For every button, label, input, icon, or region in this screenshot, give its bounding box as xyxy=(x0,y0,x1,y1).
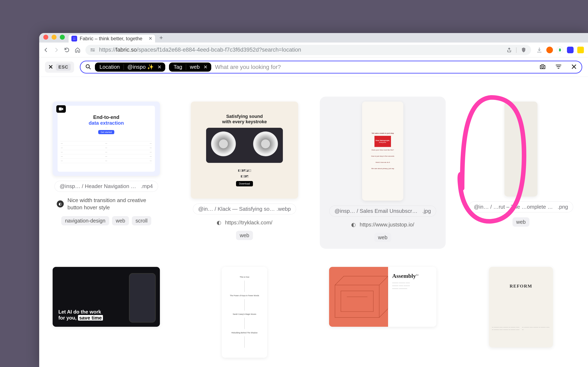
filter-chip-location[interactable]: Location @inspo ✨ ✕ xyxy=(95,63,165,72)
window-controls xyxy=(42,33,66,42)
video-badge-icon xyxy=(56,105,66,113)
close-window-button[interactable] xyxy=(43,35,48,40)
address-bar[interactable]: https://fabric.so/spaces/f1da2e68-e884-4… xyxy=(85,45,531,55)
result-card-selected[interactable]: Tell sales emails to just stop Dear Sale… xyxy=(328,101,437,242)
result-tags: web xyxy=(236,231,253,240)
result-tags: web xyxy=(513,217,529,227)
result-card[interactable]: Satisfying soundwith every keystroke ◧◨◩… xyxy=(190,101,299,242)
result-thumbnail: REFORM — ——— —— ——— — ——— —— — ——— —— ——… xyxy=(489,267,553,347)
extensions-row xyxy=(536,47,584,53)
tab-close-icon[interactable]: ✕ xyxy=(148,36,152,41)
tag-chip[interactable]: scroll xyxy=(132,216,151,225)
result-card[interactable]: End-to-end data extraction — Get started… xyxy=(52,101,161,242)
result-thumbnail: This is How The Power of Keys in Fewer W… xyxy=(222,267,267,358)
url-text: https://fabric.so/spaces/f1da2e68-e884-4… xyxy=(99,47,503,53)
tab-favicon: :: xyxy=(71,36,77,42)
tag-chip[interactable]: navigation-design xyxy=(61,216,109,225)
close-icon: ✕ xyxy=(48,64,53,70)
result-tags: web xyxy=(374,233,391,242)
chip-key: Tag xyxy=(173,64,183,70)
result-thumbnail: Tell sales emails to just stop Dear Sale… xyxy=(362,101,403,201)
close-search-button[interactable]: ✕ ESC xyxy=(45,61,74,73)
browser-toolbar: https://fabric.so/spaces/f1da2e68-e884-4… xyxy=(39,42,588,57)
search-icon xyxy=(85,64,91,71)
svg-point-3 xyxy=(542,66,544,68)
chip-value: web xyxy=(189,64,201,70)
home-button[interactable] xyxy=(75,47,81,53)
result-breadcrumb: @insp… / Header Navigation … .mp4 xyxy=(55,181,158,192)
brave-shield-icon[interactable] xyxy=(521,47,527,53)
clear-search-icon[interactable] xyxy=(571,64,577,71)
result-breadcrumb: @in… / Klack — Satisfying so….webp xyxy=(193,203,296,215)
result-link[interactable]: ◐ https://tryklack.com/ xyxy=(217,219,273,226)
extension-download-icon[interactable] xyxy=(536,47,543,53)
maximize-window-button[interactable] xyxy=(60,35,65,40)
filter-chip-tag[interactable]: Tag web ✕ xyxy=(169,63,211,72)
svg-rect-5 xyxy=(335,285,379,317)
result-thumbnail: Assembly04 ——— ——— ————— —— —————— ———— xyxy=(329,267,436,327)
chip-remove-icon[interactable]: ✕ xyxy=(157,64,162,70)
avatar: ◐ xyxy=(351,221,356,228)
tag-chip[interactable]: web xyxy=(513,217,529,227)
extension-orange-icon[interactable] xyxy=(546,47,553,53)
tag-chip[interactable]: web xyxy=(374,233,391,242)
reload-button[interactable] xyxy=(64,47,70,53)
result-card[interactable]: This is How The Power of Keys in Fewer W… xyxy=(190,267,299,358)
result-description: ◐ Nice width transition and creative but… xyxy=(57,197,156,211)
share-icon[interactable] xyxy=(506,47,512,53)
result-link[interactable]: ◐ https://www.juststop.io/ xyxy=(351,221,414,228)
result-breadcrumb: @in… / …rut – The …omplete … .png xyxy=(469,201,573,212)
chip-value: @inspo ✨ xyxy=(127,64,155,70)
extension-fabric-icon[interactable] xyxy=(567,47,573,53)
tag-chip[interactable]: web xyxy=(112,216,129,225)
result-tags: navigation-design web scroll xyxy=(61,216,151,225)
result-thumbnail: Let AI do the workfor you, save time xyxy=(53,267,160,327)
result-card[interactable]: Let AI do the workfor you, save time xyxy=(52,267,161,358)
tag-chip[interactable]: web xyxy=(236,231,253,240)
minimize-window-button[interactable] xyxy=(52,35,57,40)
result-breadcrumb: @insp… / Sales Email Unsubscr… .jpg xyxy=(329,206,436,217)
esc-key-label: ESC xyxy=(56,64,71,71)
avatar: ◐ xyxy=(217,219,221,226)
back-button[interactable] xyxy=(43,47,49,53)
extension-yellow-icon[interactable] xyxy=(577,47,584,53)
result-thumbnail: Satisfying soundwith every keystroke ◧◨◩… xyxy=(191,101,298,199)
tab-strip: :: Fabric – think better, togethe ✕ + xyxy=(39,33,588,42)
svg-rect-4 xyxy=(59,108,62,111)
filter-icon[interactable] xyxy=(555,63,562,71)
browser-window: :: Fabric – think better, togethe ✕ + ht… xyxy=(39,33,588,367)
site-settings-icon[interactable] xyxy=(90,47,95,53)
result-card[interactable]: Assembly04 ——— ——— ————— —— —————— ———— xyxy=(328,267,437,358)
result-thumbnail: End-to-end data extraction — Get started… xyxy=(53,101,160,176)
result-card[interactable]: REFORM — ——— —— ——— — ——— —— — ——— —— ——… xyxy=(466,267,576,358)
tab-title: Fabric – think better, togethe xyxy=(80,36,146,42)
new-tab-button[interactable]: + xyxy=(157,34,165,42)
search-bar: ✕ ESC Location @inspo ✨ ✕ Tag web ✕ xyxy=(39,57,588,77)
extension-evernote-icon[interactable] xyxy=(557,47,563,53)
search-box[interactable]: Location @inspo ✨ ✕ Tag web ✕ xyxy=(80,61,582,74)
avatar: ◐ xyxy=(57,200,64,208)
results-grid: End-to-end data extraction — Get started… xyxy=(39,77,588,366)
svg-point-2 xyxy=(86,65,89,68)
forward-button[interactable] xyxy=(54,47,59,53)
chip-remove-icon[interactable]: ✕ xyxy=(204,64,208,70)
camera-search-icon[interactable] xyxy=(539,63,546,71)
result-card[interactable]: @in… / …rut – The …omplete … .png web xyxy=(466,101,576,242)
chip-key: Location xyxy=(99,64,121,70)
result-thumbnail xyxy=(505,101,538,197)
search-input[interactable] xyxy=(215,64,533,70)
browser-tab-active[interactable]: :: Fabric – think better, togethe ✕ xyxy=(68,35,155,42)
